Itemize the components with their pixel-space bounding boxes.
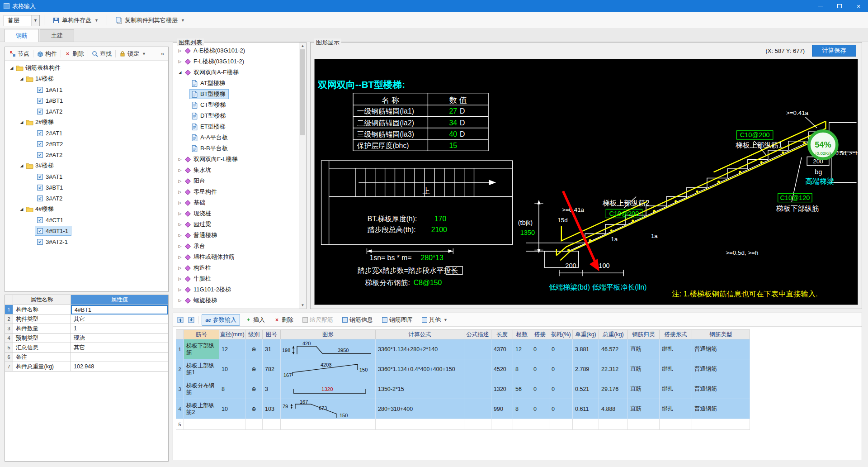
grade-cell[interactable]: ⊕: [245, 379, 263, 399]
expand-arrow-icon[interactable]: ◢: [19, 120, 25, 124]
formula-cell[interactable]: 3360*1.134+280+2*140: [376, 339, 464, 359]
shape-cell[interactable]: 1320: [281, 379, 376, 399]
column-header[interactable]: 图形: [281, 329, 376, 339]
count-cell[interactable]: 8: [513, 399, 531, 419]
figure-no-cell[interactable]: 782: [263, 359, 281, 379]
atlas-leaf-row[interactable]: DT型楼梯: [174, 110, 298, 121]
loss-cell[interactable]: 0: [549, 379, 573, 399]
lap-type-cell[interactable]: [660, 419, 692, 430]
property-value[interactable]: 其它: [71, 343, 168, 353]
length-cell[interactable]: 4370: [491, 339, 513, 359]
column-header[interactable]: 单重(kg): [573, 329, 599, 339]
column-header[interactable]: 级别: [245, 329, 263, 339]
loss-cell[interactable]: 0: [549, 339, 573, 359]
expand-arrow-icon[interactable]: ▷: [177, 222, 183, 227]
atlas-leaf-row[interactable]: B-B平台板: [174, 143, 298, 154]
expand-arrow-icon[interactable]: ▷: [177, 255, 183, 259]
count-cell[interactable]: [513, 419, 531, 430]
save-single-component-button[interactable]: 单构件存盘 ▼: [48, 14, 103, 27]
total-weight-cell[interactable]: [599, 419, 628, 430]
property-value[interactable]: 4#BT1: [71, 305, 168, 315]
expand-arrow-icon[interactable]: ▷: [177, 244, 183, 248]
tree-item-row[interactable]: 3#AT1: [5, 171, 168, 182]
formula-desc-cell[interactable]: [464, 419, 491, 430]
atlas-group-row[interactable]: ▷双网双向F-L楼梯: [174, 154, 298, 165]
tree-item-row[interactable]: 2#AT2: [5, 149, 168, 160]
atlas-group-row[interactable]: ▷墙柱或砌体拉筋: [174, 252, 298, 262]
grade-cell[interactable]: [245, 419, 263, 430]
insert-row-button[interactable]: +插入: [242, 314, 269, 326]
rebar-type-cell[interactable]: 普通钢筋: [692, 359, 750, 379]
category-cell[interactable]: 直筋: [628, 359, 660, 379]
total-weight-cell[interactable]: 46.572: [599, 339, 628, 359]
find-button[interactable]: 查找: [89, 48, 114, 59]
property-value[interactable]: 102.948: [71, 362, 168, 372]
column-header[interactable]: 直径(mm): [219, 329, 245, 339]
expand-arrow-icon[interactable]: ▷: [177, 48, 183, 53]
tree-item-row[interactable]: 3#AT2: [5, 193, 168, 204]
formula-cell[interactable]: 3360*1.134+0.4*400+400+150: [376, 359, 464, 379]
formula-desc-cell[interactable]: [464, 359, 491, 379]
delete-button[interactable]: × 删除: [62, 48, 87, 59]
column-header[interactable]: 损耗(%): [549, 329, 573, 339]
lap-cell[interactable]: [531, 419, 549, 430]
column-header[interactable]: 根数: [513, 329, 531, 339]
node-button[interactable]: 节点: [7, 48, 32, 59]
formula-desc-cell[interactable]: [464, 339, 491, 359]
rebar-row[interactable]: 2梯板上部纵筋110⊕78216742031503360*1.134+0.4*4…: [176, 359, 750, 379]
close-button[interactable]: ×: [849, 0, 868, 12]
component-button[interactable]: 构件: [34, 48, 60, 59]
length-cell[interactable]: 1320: [491, 379, 513, 399]
rebar-name-cell[interactable]: 梯板下部纵筋: [184, 339, 219, 359]
lap-cell[interactable]: 0: [531, 339, 549, 359]
atlas-group-row[interactable]: ◢双网双向A-E楼梯: [174, 67, 298, 78]
lap-cell[interactable]: 0: [531, 359, 549, 379]
expand-arrow-icon[interactable]: ▷: [177, 233, 183, 238]
loss-cell[interactable]: 0: [549, 399, 573, 419]
unit-weight-cell[interactable]: 3.881: [573, 339, 599, 359]
diameter-cell[interactable]: 12: [219, 339, 245, 359]
column-header[interactable]: 筋号: [184, 329, 219, 339]
unit-weight-cell[interactable]: 2.789: [573, 359, 599, 379]
figure-no-cell[interactable]: 103: [263, 399, 281, 419]
expand-arrow-icon[interactable]: ◢: [19, 163, 25, 168]
rebar-type-cell[interactable]: 普通钢筋: [692, 339, 750, 359]
shape-cell[interactable]: 79167673150: [281, 399, 376, 419]
cad-canvas[interactable]: 双网双向--BT型楼梯: 名 称 数 值 一级钢筋锚固(la1) 27 D 二级…: [314, 59, 858, 305]
shape-cell[interactable]: 1674203150: [281, 359, 376, 379]
formula-desc-cell[interactable]: [464, 379, 491, 399]
expand-arrow-icon[interactable]: ▷: [177, 211, 183, 216]
expand-arrow-icon[interactable]: ◢: [19, 207, 25, 211]
calculate-save-button[interactable]: 计算保存: [812, 45, 856, 57]
toolbar-overflow-button[interactable]: »: [161, 50, 166, 57]
figure-no-cell[interactable]: [263, 419, 281, 430]
scroll-up-icon[interactable]: ▲: [299, 43, 306, 49]
floor-selector[interactable]: 首层 ▼: [4, 15, 40, 26]
category-cell[interactable]: [628, 419, 660, 430]
length-cell[interactable]: [491, 419, 513, 430]
maximize-button[interactable]: [830, 0, 849, 12]
expand-arrow-icon[interactable]: ◢: [9, 66, 15, 70]
lap-cell[interactable]: 0: [531, 399, 549, 419]
shape-cell[interactable]: [281, 419, 376, 430]
atlas-leaf-row[interactable]: A-A平台板: [174, 132, 298, 143]
scroll-down-icon[interactable]: ▼: [299, 302, 306, 309]
delete-row-button[interactable]: ×删除: [270, 314, 297, 326]
atlas-group-row[interactable]: ▷零星构件: [174, 186, 298, 197]
expand-arrow-icon[interactable]: ▷: [177, 168, 183, 172]
column-header[interactable]: 计算公式: [376, 329, 464, 339]
rebar-name-cell[interactable]: [184, 419, 219, 430]
tree-root-row[interactable]: ◢钢筋表格构件: [5, 62, 168, 73]
property-value[interactable]: 1: [71, 324, 168, 334]
expand-arrow-icon[interactable]: ▷: [177, 200, 183, 205]
diameter-cell[interactable]: 10: [219, 399, 245, 419]
tree-item-row[interactable]: 3#BT1: [5, 182, 168, 193]
rebar-name-cell[interactable]: 梯板上部纵筋1: [184, 359, 219, 379]
expand-arrow-icon[interactable]: ◢: [177, 70, 183, 75]
rebar-type-cell[interactable]: 普通钢筋: [692, 399, 750, 419]
atlas-group-row[interactable]: ▷基础: [174, 197, 298, 208]
total-weight-cell[interactable]: 22.312: [599, 359, 628, 379]
length-cell[interactable]: 4520: [491, 359, 513, 379]
tree-group-row[interactable]: ◢3#楼梯: [5, 160, 168, 171]
rebar-name-cell[interactable]: 梯板上部纵筋2: [184, 399, 219, 419]
